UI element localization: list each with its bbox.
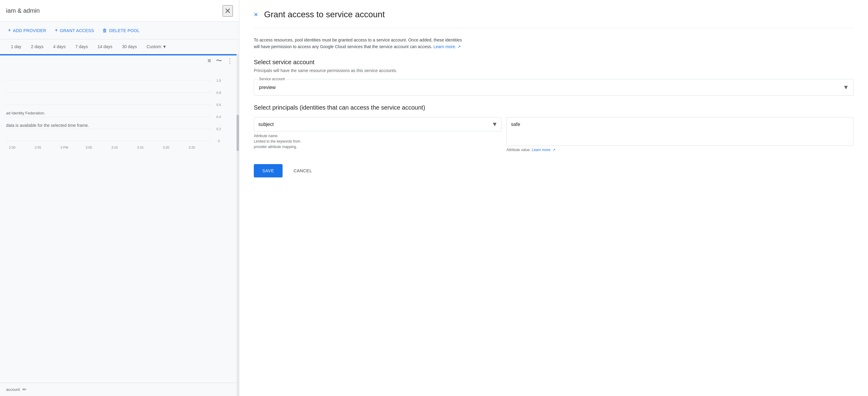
chart-svg: 1.0 0.8 0.6 0.4 0.2 0 2:50 2:55 3 PM 3:0… [5,68,234,153]
grant-access-label: GRANT ACCESS [60,28,94,33]
grant-add-icon: + [55,27,58,34]
principal-attribute-hint: Attribute name. Limited to the keywords … [254,133,501,150]
legend-icon[interactable]: ≡ [206,56,212,65]
principals-section: Select principals (identities that can a… [254,104,854,152]
panel-title: Grant access to service account [264,10,384,20]
save-button[interactable]: SAVE [254,164,283,177]
time-option-7days[interactable]: 7 days [70,42,93,52]
header-divider [254,28,854,28]
principal-attribute-wrapper: subject attribute.email attribute.groups… [254,117,501,131]
svg-text:3:10: 3:10 [112,145,118,149]
service-account-subtitle: Principals will have the same resource p… [254,68,854,73]
service-account-select[interactable]: preview default compute [254,79,853,95]
time-filter-bar: 1 day 2 days 4 days 7 days 14 days 30 da… [0,39,239,54]
service-account-section: Select service account Principals will h… [254,59,854,96]
time-option-14days[interactable]: 14 days [93,42,117,52]
value-learn-more-link[interactable]: Learn more. ↗ [532,148,555,152]
principal-attribute-col: subject attribute.email attribute.groups… [254,117,501,150]
time-option-1day[interactable]: 1 day [6,42,26,52]
edit-icon[interactable]: ✏ [23,387,26,392]
principal-value-col: safe ⟋ Attribute value. Learn more. ↗ [506,117,854,152]
toolbar: + ADD PROVIDER + GRANT ACCESS 🗑 DELETE P… [0,22,239,39]
service-account-title: Select service account [254,59,854,66]
trash-icon: 🗑 [102,28,107,33]
svg-text:0.6: 0.6 [217,103,221,106]
add-provider-button[interactable]: + ADD PROVIDER [5,26,50,35]
custom-label: Custom [147,44,161,49]
svg-text:3 PM: 3 PM [61,145,68,149]
cancel-button[interactable]: CANCEL [287,164,318,177]
svg-text:3:25: 3:25 [189,145,195,149]
time-option-30days[interactable]: 30 days [117,42,142,52]
search-bar-text: iam & admin [6,7,223,14]
more-options-icon[interactable]: ⋮ [226,56,234,66]
service-account-field-label: Service account [258,77,286,81]
panel-header: × Grant access to service account [254,10,854,20]
svg-text:0.8: 0.8 [217,91,221,95]
time-option-2days[interactable]: 2 days [26,42,48,52]
svg-text:3:05: 3:05 [86,145,92,149]
principal-value-textarea[interactable]: safe [507,118,853,145]
chart-type-icon[interactable]: 〜 [215,56,223,66]
svg-text:0.2: 0.2 [217,127,221,131]
chart-toolbar: ≡ 〜 ⋮ [0,56,239,68]
learn-more-link-top[interactable]: Learn more. ↗ [433,44,461,49]
principal-value-textarea-wrapper: safe ⟋ [506,117,854,146]
search-close-button[interactable]: ✕ [223,5,233,16]
action-buttons: SAVE CANCEL [254,164,854,177]
grant-access-button[interactable]: + GRANT ACCESS [52,26,97,35]
svg-text:0: 0 [218,139,220,143]
left-panel: iam & admin ✕ + ADD PROVIDER + GRANT ACC… [0,0,239,396]
svg-text:2:50: 2:50 [9,145,16,149]
add-icon: + [8,27,11,34]
principals-row: subject attribute.email attribute.groups… [254,117,854,152]
delete-pool-button[interactable]: 🗑 DELETE POOL [99,26,143,35]
panel-close-button[interactable]: × [254,10,258,19]
scrollbar-thumb[interactable] [237,115,239,151]
svg-text:3:15: 3:15 [137,145,144,149]
principal-value-hint: Attribute value. Learn more. ↗ [506,148,854,152]
panel-description: To access resources, pool identities mus… [254,37,466,50]
svg-text:2:55: 2:55 [35,145,41,149]
service-account-field-wrapper: Service account preview default compute … [254,79,854,96]
principals-title: Select principals (identities that can a… [254,104,854,111]
time-option-custom[interactable]: Custom ▼ [142,42,172,52]
principal-attribute-select[interactable]: subject attribute.email attribute.groups… [254,118,501,131]
svg-text:1.0: 1.0 [217,79,221,82]
svg-text:3:20: 3:20 [163,145,169,149]
add-provider-label: ADD PROVIDER [13,28,46,33]
svg-text:0.4: 0.4 [217,115,221,119]
bottom-bar: account ✏ [0,383,239,396]
delete-pool-label: DELETE POOL [109,28,140,33]
search-bar: iam & admin ✕ [0,0,239,22]
bottom-account-text: account [6,387,20,392]
time-option-4days[interactable]: 4 days [49,42,70,52]
right-panel: × Grant access to service account To acc… [239,0,868,396]
scrollbar[interactable] [237,54,239,396]
custom-chevron-icon: ▼ [162,44,166,49]
